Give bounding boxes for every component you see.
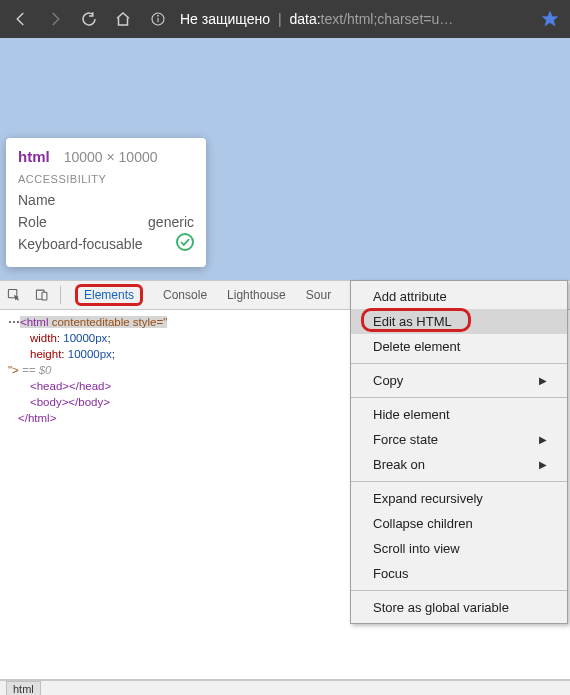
dom-tag-head[interactable]: <head></head> xyxy=(30,380,111,392)
tooltip-role-value: generic xyxy=(148,211,194,233)
menu-hide-element[interactable]: Hide element xyxy=(351,402,567,427)
menu-separator xyxy=(351,363,567,364)
menu-store-global[interactable]: Store as global variable xyxy=(351,595,567,620)
security-label: Не защищено xyxy=(180,11,270,27)
menu-scroll-into-view[interactable]: Scroll into view xyxy=(351,536,567,561)
tab-console[interactable]: Console xyxy=(153,281,217,309)
inspect-element-button[interactable] xyxy=(0,281,28,309)
url-rest: text/html;charset=u… xyxy=(321,11,454,27)
svg-marker-3 xyxy=(543,12,558,26)
dom-tag-html-open[interactable]: <html xyxy=(20,316,52,328)
menu-edit-as-html[interactable]: Edit as HTML xyxy=(351,309,567,334)
svg-point-2 xyxy=(158,15,159,16)
tooltip-accessibility-heading: ACCESSIBILITY xyxy=(18,173,194,185)
separator: | xyxy=(278,11,282,27)
element-inspector-tooltip: html 10000 × 10000 ACCESSIBILITY Name Ro… xyxy=(6,138,206,267)
check-icon xyxy=(176,233,194,251)
tab-sources-truncated[interactable]: Sour xyxy=(296,281,341,309)
address-bar[interactable]: Не защищено | data:text/html;charset=u… xyxy=(180,11,532,27)
tooltip-dimensions: 10000 × 10000 xyxy=(64,149,158,165)
context-menu: Add attribute Edit as HTML Delete elemen… xyxy=(350,280,568,624)
svg-rect-6 xyxy=(42,292,47,300)
crumb-html[interactable]: html xyxy=(6,681,41,695)
tooltip-keyboard-label: Keyboard-focusable xyxy=(18,233,143,255)
bookmark-star-icon[interactable] xyxy=(536,5,564,33)
menu-separator xyxy=(351,397,567,398)
dom-tag-html-close[interactable]: </html> xyxy=(18,412,56,424)
tooltip-role-label: Role xyxy=(18,211,47,233)
selected-node-indicator: == $0 xyxy=(22,364,51,376)
tab-elements[interactable]: Elements xyxy=(65,281,153,309)
forward-button[interactable] xyxy=(40,4,70,34)
back-button[interactable] xyxy=(6,4,36,34)
menu-add-attribute[interactable]: Add attribute xyxy=(351,284,567,309)
tab-lighthouse[interactable]: Lighthouse xyxy=(217,281,296,309)
menu-force-state[interactable]: Force state▶ xyxy=(351,427,567,452)
tooltip-name-label: Name xyxy=(18,189,55,211)
home-button[interactable] xyxy=(108,4,138,34)
info-icon[interactable] xyxy=(148,9,168,29)
tooltip-tag: html xyxy=(18,148,50,165)
chevron-right-icon: ▶ xyxy=(539,434,547,445)
browser-toolbar: Не защищено | data:text/html;charset=u… xyxy=(0,0,570,38)
menu-expand-recursively[interactable]: Expand recursively xyxy=(351,486,567,511)
menu-separator xyxy=(351,590,567,591)
menu-delete-element[interactable]: Delete element xyxy=(351,334,567,359)
menu-copy[interactable]: Copy▶ xyxy=(351,368,567,393)
dom-breadcrumb[interactable]: html xyxy=(0,680,570,695)
device-toolbar-button[interactable] xyxy=(28,281,56,309)
annotation-highlight: Elements xyxy=(75,284,143,306)
dom-tag-body[interactable]: <body></body> xyxy=(30,396,110,408)
menu-collapse-children[interactable]: Collapse children xyxy=(351,511,567,536)
reload-button[interactable] xyxy=(74,4,104,34)
chevron-right-icon: ▶ xyxy=(539,375,547,386)
divider xyxy=(60,286,61,304)
page-viewport[interactable]: html 10000 × 10000 ACCESSIBILITY Name Ro… xyxy=(0,38,570,280)
menu-focus[interactable]: Focus xyxy=(351,561,567,586)
chevron-right-icon: ▶ xyxy=(539,459,547,470)
menu-break-on[interactable]: Break on▶ xyxy=(351,452,567,477)
menu-separator xyxy=(351,481,567,482)
url-scheme: data: xyxy=(289,11,320,27)
